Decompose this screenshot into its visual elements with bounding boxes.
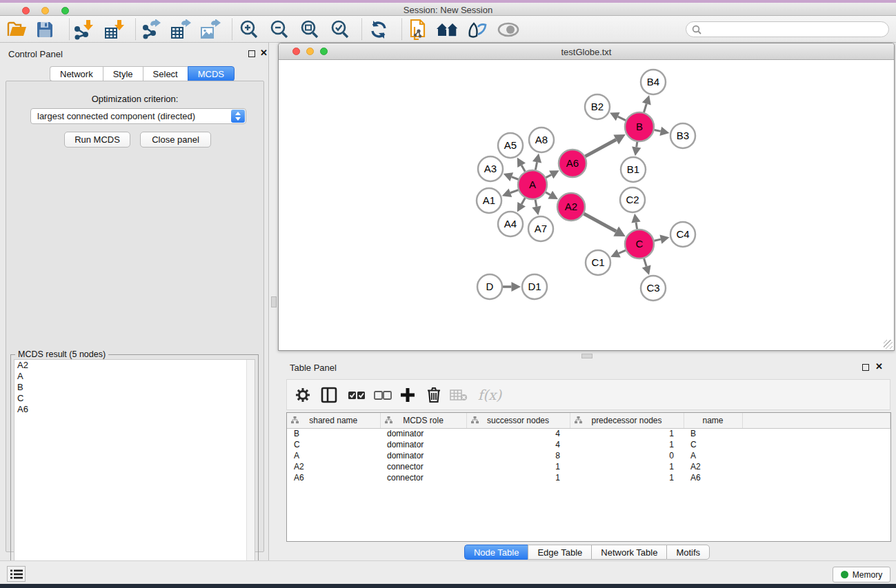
network-view-title: testGlobe.txt — [279, 47, 894, 57]
export-image-icon[interactable] — [199, 19, 222, 40]
open-file-icon[interactable] — [6, 19, 29, 40]
export-table-icon[interactable] — [169, 19, 192, 40]
tab-edge-table[interactable]: Edge Table — [528, 545, 591, 560]
column-header[interactable]: successor nodes — [466, 413, 570, 428]
table-row[interactable]: Adominator80A — [287, 450, 890, 461]
column-header[interactable]: name — [684, 413, 742, 428]
edge-A6-B[interactable] — [585, 139, 616, 156]
table-row[interactable]: Cdominator41C — [287, 439, 890, 450]
close-panel-button[interactable]: Close panel — [140, 132, 211, 148]
node-table[interactable]: shared nameMCDS rolesuccessor nodesprede… — [286, 412, 891, 542]
toolbar-separator — [135, 19, 136, 40]
column-header[interactable]: MCDS role — [380, 413, 466, 428]
add-column-icon[interactable] — [397, 385, 418, 405]
memory-button[interactable]: Memory — [833, 567, 890, 582]
criterion-dropdown[interactable]: largest connected component (directed) — [30, 108, 246, 124]
edge-A-A7[interactable] — [535, 200, 537, 207]
tab-network[interactable]: Network — [50, 66, 103, 81]
style-eye-icon[interactable] — [466, 19, 489, 40]
horizontal-split-handle[interactable] — [581, 354, 593, 358]
table-tabs: Node Table Edge Table Network Table Moti… — [278, 545, 896, 560]
function-builder-icon[interactable]: f(x) — [475, 385, 505, 405]
vertical-split-handle[interactable] — [271, 296, 277, 307]
edge-B-B2[interactable] — [618, 116, 626, 120]
zoom-in-icon[interactable] — [237, 19, 261, 40]
float-panel-icon[interactable] — [248, 50, 255, 57]
edge-A-A2[interactable] — [546, 192, 550, 195]
edge-B-B3[interactable] — [655, 130, 661, 131]
memory-status-icon — [841, 571, 848, 578]
zoom-out-icon[interactable] — [268, 19, 291, 40]
task-history-button[interactable] — [7, 566, 26, 582]
edge-arrowhead — [659, 127, 669, 136]
mcds-result-item[interactable]: A — [14, 371, 255, 382]
refresh-icon[interactable] — [367, 19, 390, 40]
desktop-strip — [0, 584, 896, 588]
network-canvas[interactable]: ABCA6A2A1A3A4A5A7A8B1B2B3B4C1C2C3C4DD1 — [279, 60, 894, 350]
optimization-criterion-label: Optimization criterion: — [6, 94, 263, 104]
tab-style[interactable]: Style — [103, 66, 143, 81]
deselect-all-icon[interactable] — [372, 385, 393, 405]
tab-select[interactable]: Select — [143, 66, 188, 81]
run-mcds-button[interactable]: Run MCDS — [64, 132, 130, 148]
edge-A-A8[interactable] — [535, 162, 537, 170]
node-label-A5: A5 — [504, 139, 517, 151]
node-label-A: A — [529, 179, 536, 190]
table-row[interactable]: A2connector11A2 — [287, 461, 890, 472]
gear-icon[interactable] — [292, 385, 313, 405]
column-header[interactable]: predecessor nodes — [570, 413, 684, 428]
zoom-fit-icon[interactable] — [298, 19, 321, 40]
eye-icon[interactable] — [497, 19, 520, 40]
zoom-selected-icon[interactable] — [328, 19, 352, 40]
tab-network-table[interactable]: Network Table — [591, 545, 666, 560]
network-window-titlebar[interactable]: testGlobe.txt — [279, 43, 894, 60]
node-label-A1: A1 — [483, 194, 495, 206]
edge-C-C1[interactable] — [619, 250, 626, 253]
column-header[interactable]: shared name — [287, 413, 380, 428]
network-document-icon[interactable] — [407, 19, 430, 40]
edge-A-A4[interactable] — [521, 198, 525, 204]
import-network-icon[interactable] — [72, 19, 95, 40]
mcds-result-item[interactable]: A2 — [14, 360, 255, 371]
import-table-icon[interactable] — [103, 19, 126, 40]
edge-arrowhead — [532, 154, 541, 163]
search-input[interactable] — [686, 21, 889, 37]
close-panel-icon[interactable]: ✕ — [260, 48, 268, 58]
mcds-result-list[interactable]: A2ABCA6 — [14, 359, 255, 587]
close-table-panel-icon[interactable]: ✕ — [875, 361, 883, 372]
network-graph[interactable]: ABCA6A2A1A3A4A5A7A8B1B2B3B4C1C2C3C4DD1 — [279, 60, 894, 349]
tab-mcds[interactable]: MCDS — [188, 66, 235, 81]
table-row[interactable]: Bdominator41B — [287, 428, 890, 439]
tab-motifs[interactable]: Motifs — [666, 545, 710, 560]
resize-grip-icon[interactable] — [884, 340, 893, 349]
columns-icon[interactable] — [319, 385, 339, 405]
edge-A-A1[interactable] — [510, 190, 518, 193]
float-table-panel-icon[interactable] — [862, 364, 869, 371]
mcds-result-item[interactable]: A6 — [14, 404, 255, 415]
edge-A-A3[interactable] — [512, 177, 519, 180]
mcds-result-item[interactable]: C — [14, 393, 255, 404]
edge-C-C2[interactable] — [636, 223, 637, 230]
edge-B-B4[interactable] — [644, 103, 646, 112]
export-network-icon[interactable] — [139, 19, 163, 40]
edge-A2-C[interactable] — [584, 214, 616, 232]
delete-table-icon[interactable] — [448, 385, 469, 405]
tab-node-table[interactable]: Node Table — [464, 545, 528, 560]
toolbar-separator — [361, 19, 362, 40]
select-all-icon[interactable] — [346, 385, 367, 405]
scrollbar[interactable] — [246, 360, 255, 586]
table-row[interactable]: A6connector11A6 — [287, 472, 890, 483]
edge-B-B1[interactable] — [637, 142, 637, 148]
save-icon[interactable] — [33, 19, 57, 40]
edge-C-C3[interactable] — [644, 258, 647, 267]
node-label-B: B — [636, 121, 643, 132]
edge-A-A5[interactable] — [521, 165, 525, 172]
edge-arrowhead — [632, 146, 641, 156]
edge-A-A6[interactable] — [546, 174, 551, 177]
mcds-result-item[interactable]: B — [14, 382, 255, 393]
delete-icon[interactable] — [424, 385, 444, 405]
node-label-C3: C3 — [646, 282, 659, 294]
edge-arrowhead — [511, 282, 521, 292]
home-icon[interactable] — [436, 19, 459, 40]
edge-C-C4[interactable] — [654, 239, 660, 241]
